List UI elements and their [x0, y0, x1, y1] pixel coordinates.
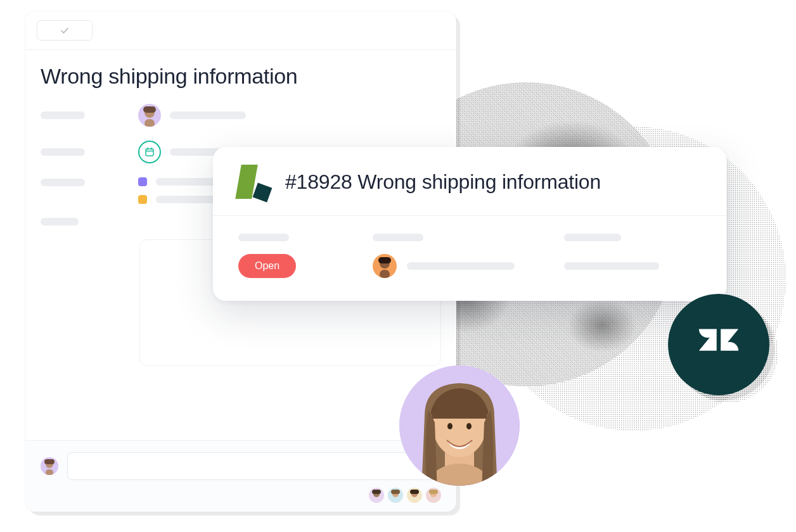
svg-rect-1 [143, 106, 156, 113]
hero-avatar-container [396, 362, 523, 489]
collaborator-avatar[interactable] [388, 488, 403, 503]
ticket-col-requester [373, 234, 544, 278]
assignee-avatar[interactable] [138, 104, 161, 127]
svg-point-22 [447, 423, 453, 429]
zendesk-brand-icon [238, 165, 270, 199]
zendesk-integration-badge [668, 294, 769, 395]
requester-avatar[interactable] [373, 254, 397, 278]
comment-input[interactable] [67, 452, 441, 480]
field-label-placeholder [373, 234, 423, 241]
meta-value-placeholder [170, 111, 246, 119]
svg-point-23 [466, 423, 472, 429]
ticket-col-extra [564, 234, 701, 278]
user-profile-avatar [399, 365, 520, 486]
ticket-body: Open [213, 216, 726, 301]
meta-label-placeholder [41, 179, 85, 186]
field-label-placeholder [564, 234, 621, 241]
svg-rect-5 [44, 459, 55, 464]
svg-rect-12 [410, 490, 419, 494]
svg-rect-8 [372, 490, 381, 494]
field-value-placeholder [564, 262, 659, 270]
svg-rect-14 [429, 490, 438, 494]
svg-rect-16 [378, 257, 391, 263]
status-badge: Open [238, 254, 296, 278]
meta-label-placeholder [41, 218, 79, 225]
svg-rect-6 [46, 469, 53, 475]
meta-label-placeholder [41, 111, 85, 119]
task-header-strip [25, 11, 456, 41]
collaborator-avatar[interactable] [407, 488, 422, 503]
ticket-col-status: Open [238, 234, 352, 278]
collaborator-avatar[interactable] [426, 488, 441, 503]
svg-rect-3 [146, 149, 153, 156]
ticket-title: #18928 Wrong shipping information [285, 170, 601, 194]
svg-rect-10 [391, 490, 400, 494]
mark-complete-button[interactable] [37, 20, 93, 41]
check-icon [60, 25, 70, 35]
svg-rect-2 [144, 119, 155, 127]
svg-rect-17 [380, 270, 390, 278]
field-value-placeholder [407, 262, 515, 270]
collaborators-row [41, 488, 441, 503]
tag-dot-purple[interactable] [138, 177, 147, 186]
ticket-header: #18928 Wrong shipping information [213, 147, 726, 215]
current-user-avatar [41, 457, 58, 475]
collaborator-avatar[interactable] [369, 488, 384, 503]
meta-label-placeholder [41, 148, 85, 156]
calendar-icon[interactable] [138, 141, 161, 163]
comment-area [25, 440, 456, 512]
field-label-placeholder [238, 234, 289, 241]
task-title: Wrong shipping information [25, 50, 456, 104]
meta-row-assignee [41, 104, 441, 127]
linked-ticket-card[interactable]: #18928 Wrong shipping information Open [213, 147, 726, 301]
zendesk-logo-icon [693, 319, 745, 370]
tag-dot-yellow[interactable] [138, 195, 147, 204]
